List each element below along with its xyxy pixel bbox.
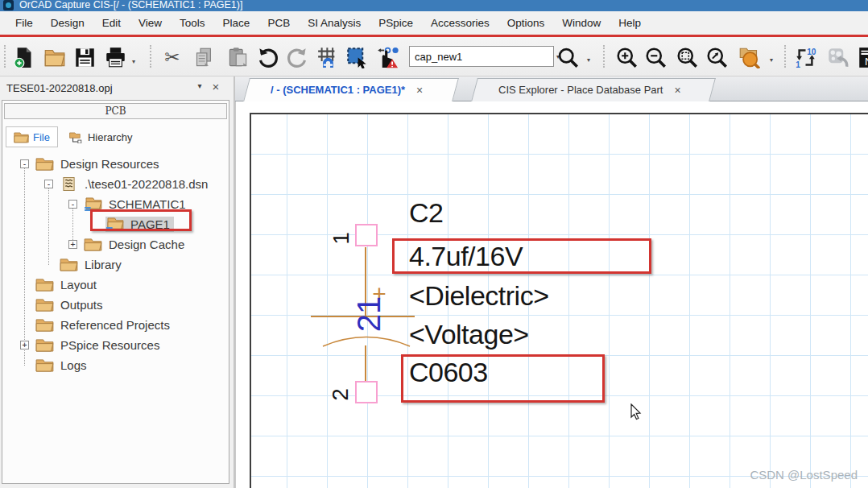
menu-pcb[interactable]: PCB bbox=[258, 14, 299, 32]
value-label[interactable]: 4.7uf/16V bbox=[409, 242, 523, 271]
folder-icon bbox=[35, 298, 54, 312]
tab-cis-explorer[interactable]: CIS Explorer - Place Database Part × bbox=[474, 78, 713, 101]
tree-item-label: Design Resources bbox=[60, 157, 159, 171]
canvas-area: / - (SCHEMATIC1 : PAGE1)* × CIS Explorer… bbox=[235, 77, 868, 488]
tree-item-label: Logs bbox=[60, 358, 87, 372]
rectangle-select-icon bbox=[346, 47, 368, 68]
tree-item-layout[interactable]: Layout bbox=[4, 275, 227, 295]
redo-icon bbox=[287, 47, 308, 68]
menu-design[interactable]: Design bbox=[42, 14, 93, 32]
svg-text:10: 10 bbox=[807, 48, 816, 56]
undo-icon bbox=[257, 47, 279, 68]
tree-item-page1[interactable]: PAGE1 bbox=[4, 214, 227, 234]
open-folder-icon bbox=[43, 47, 65, 68]
orcad-capture-window: OrCAD Capture CIS-[/ - (SCHEMATIC1 : PAG… bbox=[0, 0, 868, 488]
tree-item-outputs[interactable]: Outputs bbox=[4, 295, 227, 315]
tree-expander[interactable]: - bbox=[44, 180, 53, 188]
tree-item-pspice-resources[interactable]: + PSpice Resources bbox=[4, 335, 227, 355]
copy-button[interactable] bbox=[191, 44, 217, 70]
part-combobox-input[interactable] bbox=[410, 51, 556, 63]
tree-expander[interactable]: + bbox=[20, 341, 29, 349]
netlist-button[interactable]: N bbox=[855, 44, 868, 70]
menu-accessories[interactable]: Accessories bbox=[422, 14, 498, 32]
tree-item-design-cache[interactable]: + Design Cache bbox=[4, 234, 227, 254]
panel-close-icon[interactable]: × bbox=[209, 80, 222, 93]
menu-view[interactable]: View bbox=[130, 14, 171, 32]
reference-designator-label[interactable]: C2 bbox=[409, 198, 443, 227]
print-button[interactable] bbox=[102, 44, 128, 70]
search-button[interactable] bbox=[555, 44, 581, 70]
document-tab-bar: / - (SCHEMATIC1 : PAGE1)* × CIS Explorer… bbox=[235, 77, 868, 101]
voltage-label[interactable]: <Voltage> bbox=[409, 320, 529, 349]
cut-button[interactable]: ✂ bbox=[159, 44, 185, 70]
back-annotate-button[interactable] bbox=[825, 44, 850, 70]
selected-highlight: PAGE1 bbox=[105, 217, 174, 232]
tree-item-library[interactable]: Library bbox=[4, 254, 227, 275]
folder-icon bbox=[35, 318, 54, 332]
open-button[interactable] bbox=[41, 44, 67, 70]
menu-edit[interactable]: Edit bbox=[93, 14, 130, 32]
design-rules-check-button[interactable] bbox=[374, 44, 400, 70]
menu-si-analysis[interactable]: SI Analysis bbox=[299, 14, 370, 32]
schematic-canvas[interactable]: 1 2 + 21 C2 4.7uf/16V <Dielectric> <Volt… bbox=[235, 101, 868, 488]
snap-to-grid-button[interactable] bbox=[315, 44, 341, 70]
new-document-button[interactable] bbox=[10, 44, 36, 70]
zoom-area-icon bbox=[706, 47, 728, 68]
tree-expander[interactable]: - bbox=[20, 159, 29, 168]
tree-item-dsn-file[interactable]: - .\tese01-20220818.dsn bbox=[4, 174, 227, 194]
paste-icon bbox=[227, 47, 249, 68]
toolbar-separator bbox=[150, 45, 151, 68]
pin2-terminal[interactable] bbox=[355, 381, 378, 403]
rectangle-select-button[interactable] bbox=[344, 44, 370, 70]
save-button[interactable] bbox=[72, 44, 97, 70]
part-search-button[interactable] bbox=[736, 44, 762, 70]
annotate-button[interactable]: 10 1 bbox=[792, 44, 818, 70]
tab-file[interactable]: File bbox=[6, 126, 58, 147]
dielectric-label[interactable]: <Dielectric> bbox=[409, 281, 549, 310]
close-icon[interactable]: × bbox=[674, 84, 680, 97]
menu-help[interactable]: Help bbox=[610, 14, 650, 32]
part-search-dropdown-arrow[interactable]: ▾ bbox=[770, 56, 773, 64]
design-file-icon bbox=[60, 177, 78, 191]
zoom-out-button[interactable] bbox=[643, 44, 668, 70]
design-rules-check-icon bbox=[377, 47, 399, 68]
zoom-fit-button[interactable] bbox=[674, 44, 700, 70]
main-area: TESE01-20220818.opj ▾ × PCB File bbox=[0, 77, 868, 488]
toolbar-separator bbox=[4, 45, 6, 68]
redo-button[interactable] bbox=[284, 44, 310, 70]
toolbar: ▾ ✂ bbox=[0, 37, 868, 77]
pin2-wire[interactable] bbox=[365, 345, 366, 382]
footprint-label[interactable]: C0603 bbox=[409, 358, 488, 387]
tab-hierarchy[interactable]: Hierarchy bbox=[61, 126, 140, 147]
tree-expander[interactable]: + bbox=[68, 240, 77, 249]
snap-to-grid-icon bbox=[317, 47, 339, 68]
menu-pspice[interactable]: PSpice bbox=[370, 14, 422, 32]
menu-file[interactable]: File bbox=[6, 14, 42, 32]
tree-expander[interactable]: - bbox=[68, 200, 77, 209]
toolbar-separator bbox=[784, 45, 786, 68]
close-icon[interactable]: × bbox=[416, 84, 423, 97]
tab-schematic-page1[interactable]: / - (SCHEMATIC1 : PAGE1)* × bbox=[246, 78, 456, 101]
zoom-in-button[interactable] bbox=[614, 44, 639, 70]
schematic-page[interactable] bbox=[250, 113, 868, 488]
menu-options[interactable]: Options bbox=[498, 14, 554, 32]
zoom-area-button[interactable] bbox=[704, 44, 730, 70]
tree-item-referenced-projects[interactable]: Referenced Projects bbox=[4, 315, 227, 335]
menu-tools[interactable]: Tools bbox=[171, 14, 214, 32]
undo-button[interactable] bbox=[254, 44, 280, 70]
tree-item-logs[interactable]: Logs bbox=[4, 355, 227, 375]
zoom-fit-icon bbox=[676, 47, 698, 68]
paste-button[interactable] bbox=[225, 44, 250, 70]
print-dropdown-arrow[interactable]: ▾ bbox=[132, 58, 135, 65]
menu-place[interactable]: Place bbox=[214, 14, 259, 32]
pin1-terminal[interactable] bbox=[355, 224, 378, 246]
pcb-header: PCB bbox=[4, 103, 227, 119]
search-dropdown-arrow[interactable]: ▾ bbox=[587, 56, 590, 64]
rotated-pin-text: 21 bbox=[350, 290, 387, 338]
panel-menu-caret-icon[interactable]: ▾ bbox=[193, 81, 206, 90]
tree-item-schematic1[interactable]: - SCHEMATIC1 bbox=[4, 194, 227, 214]
tree-item-design-resources[interactable]: - Design Resources bbox=[4, 154, 227, 174]
part-combobox[interactable]: ▾ bbox=[409, 46, 554, 67]
project-panel-body: PCB File bbox=[2, 100, 229, 484]
menu-window[interactable]: Window bbox=[553, 14, 610, 32]
